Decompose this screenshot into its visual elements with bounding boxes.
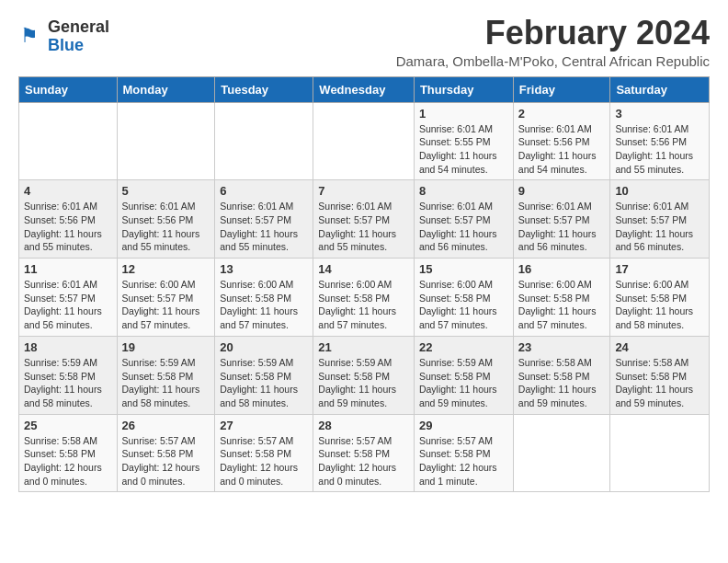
day-cell: 17Sunrise: 6:00 AM Sunset: 5:58 PM Dayli… — [610, 259, 710, 337]
day-info: Sunrise: 5:59 AM Sunset: 5:58 PM Dayligh… — [220, 356, 308, 410]
day-info: Sunrise: 5:57 AM Sunset: 5:58 PM Dayligh… — [318, 434, 409, 488]
day-number: 15 — [419, 262, 508, 276]
day-header-sunday: Sunday — [19, 76, 118, 102]
day-cell — [117, 102, 215, 180]
day-number: 1 — [419, 107, 508, 121]
header-row: SundayMondayTuesdayWednesdayThursdayFrid… — [19, 76, 710, 102]
week-row-4: 18Sunrise: 5:59 AM Sunset: 5:58 PM Dayli… — [19, 336, 710, 414]
day-cell: 12Sunrise: 6:00 AM Sunset: 5:57 PM Dayli… — [117, 259, 215, 337]
day-number: 7 — [318, 184, 409, 198]
day-cell: 9Sunrise: 6:01 AM Sunset: 5:57 PM Daylig… — [513, 180, 610, 259]
day-cell — [19, 102, 118, 180]
day-info: Sunrise: 6:00 AM Sunset: 5:58 PM Dayligh… — [318, 278, 409, 332]
day-cell: 27Sunrise: 5:57 AM Sunset: 5:58 PM Dayli… — [215, 414, 313, 492]
day-info: Sunrise: 6:00 AM Sunset: 5:58 PM Dayligh… — [220, 278, 308, 332]
day-cell: 16Sunrise: 6:00 AM Sunset: 5:58 PM Dayli… — [513, 259, 610, 337]
day-cell: 1Sunrise: 6:01 AM Sunset: 5:55 PM Daylig… — [414, 102, 513, 180]
day-info: Sunrise: 6:01 AM Sunset: 5:56 PM Dayligh… — [518, 122, 606, 177]
page-header: ⚑ General Blue February 2024 Damara, Omb… — [18, 15, 710, 69]
day-cell: 19Sunrise: 5:59 AM Sunset: 5:58 PM Dayli… — [117, 336, 215, 414]
day-info: Sunrise: 6:01 AM Sunset: 5:57 PM Dayligh… — [518, 200, 606, 254]
day-number: 29 — [419, 419, 508, 432]
day-number: 13 — [220, 262, 308, 276]
day-number: 23 — [518, 340, 606, 354]
day-number: 11 — [24, 262, 112, 276]
day-number: 2 — [518, 107, 606, 121]
day-number: 24 — [615, 340, 704, 354]
day-number: 3 — [615, 107, 704, 121]
day-cell: 10Sunrise: 6:01 AM Sunset: 5:57 PM Dayli… — [610, 180, 710, 259]
logo-general: General Blue — [48, 18, 109, 55]
day-info: Sunrise: 6:01 AM Sunset: 5:57 PM Dayligh… — [615, 200, 704, 254]
day-header-friday: Friday — [513, 76, 610, 102]
day-info: Sunrise: 6:01 AM Sunset: 5:55 PM Dayligh… — [419, 122, 508, 177]
day-cell: 2Sunrise: 6:01 AM Sunset: 5:56 PM Daylig… — [513, 102, 610, 180]
svg-text:⚑: ⚑ — [20, 24, 39, 47]
day-cell: 28Sunrise: 5:57 AM Sunset: 5:58 PM Dayli… — [313, 414, 415, 492]
day-number: 4 — [24, 184, 112, 198]
day-info: Sunrise: 6:01 AM Sunset: 5:56 PM Dayligh… — [24, 200, 112, 254]
day-cell: 26Sunrise: 5:57 AM Sunset: 5:58 PM Dayli… — [117, 414, 215, 492]
day-header-saturday: Saturday — [610, 76, 710, 102]
day-info: Sunrise: 5:58 AM Sunset: 5:58 PM Dayligh… — [518, 356, 606, 410]
week-row-5: 25Sunrise: 5:58 AM Sunset: 5:58 PM Dayli… — [19, 414, 710, 492]
day-cell: 24Sunrise: 5:58 AM Sunset: 5:58 PM Dayli… — [610, 336, 710, 414]
calendar-title: February 2024 — [396, 15, 710, 52]
calendar-table: SundayMondayTuesdayWednesdayThursdayFrid… — [18, 76, 710, 493]
day-cell — [215, 102, 313, 180]
day-info: Sunrise: 6:00 AM Sunset: 5:57 PM Dayligh… — [122, 278, 210, 332]
day-number: 8 — [419, 184, 508, 198]
day-number: 19 — [122, 340, 210, 354]
day-cell — [313, 102, 415, 180]
day-cell: 22Sunrise: 5:59 AM Sunset: 5:58 PM Dayli… — [414, 336, 513, 414]
day-number: 25 — [24, 419, 112, 432]
day-number: 12 — [122, 262, 210, 276]
day-number: 26 — [122, 419, 210, 432]
day-cell: 11Sunrise: 6:01 AM Sunset: 5:57 PM Dayli… — [19, 259, 118, 337]
day-number: 6 — [220, 184, 308, 198]
day-info: Sunrise: 6:01 AM Sunset: 5:57 PM Dayligh… — [318, 200, 409, 254]
day-cell: 6Sunrise: 6:01 AM Sunset: 5:57 PM Daylig… — [215, 180, 313, 259]
week-row-3: 11Sunrise: 6:01 AM Sunset: 5:57 PM Dayli… — [19, 259, 710, 337]
day-info: Sunrise: 5:59 AM Sunset: 5:58 PM Dayligh… — [122, 356, 210, 410]
day-header-monday: Monday — [117, 76, 215, 102]
day-info: Sunrise: 6:01 AM Sunset: 5:57 PM Dayligh… — [220, 200, 308, 254]
day-cell: 5Sunrise: 6:01 AM Sunset: 5:56 PM Daylig… — [117, 180, 215, 259]
day-number: 28 — [318, 419, 409, 432]
day-header-tuesday: Tuesday — [215, 76, 313, 102]
day-info: Sunrise: 5:59 AM Sunset: 5:58 PM Dayligh… — [419, 356, 508, 410]
day-number: 5 — [122, 184, 210, 198]
day-info: Sunrise: 6:01 AM Sunset: 5:57 PM Dayligh… — [24, 278, 112, 332]
day-cell: 18Sunrise: 5:59 AM Sunset: 5:58 PM Dayli… — [19, 336, 118, 414]
day-header-thursday: Thursday — [414, 76, 513, 102]
logo: ⚑ General Blue — [18, 18, 109, 55]
day-header-wednesday: Wednesday — [313, 76, 415, 102]
day-cell: 21Sunrise: 5:59 AM Sunset: 5:58 PM Dayli… — [313, 336, 415, 414]
day-cell: 29Sunrise: 5:57 AM Sunset: 5:58 PM Dayli… — [414, 414, 513, 492]
day-cell: 15Sunrise: 6:00 AM Sunset: 5:58 PM Dayli… — [414, 259, 513, 337]
day-cell: 3Sunrise: 6:01 AM Sunset: 5:56 PM Daylig… — [610, 102, 710, 180]
day-cell: 25Sunrise: 5:58 AM Sunset: 5:58 PM Dayli… — [19, 414, 118, 492]
day-cell — [610, 414, 710, 492]
day-info: Sunrise: 6:00 AM Sunset: 5:58 PM Dayligh… — [615, 278, 704, 332]
day-cell — [513, 414, 610, 492]
week-row-1: 1Sunrise: 6:01 AM Sunset: 5:55 PM Daylig… — [19, 102, 710, 180]
day-number: 22 — [419, 340, 508, 354]
day-number: 18 — [24, 340, 112, 354]
day-number: 16 — [518, 262, 606, 276]
day-info: Sunrise: 5:59 AM Sunset: 5:58 PM Dayligh… — [24, 356, 112, 410]
day-cell: 13Sunrise: 6:00 AM Sunset: 5:58 PM Dayli… — [215, 259, 313, 337]
day-cell: 23Sunrise: 5:58 AM Sunset: 5:58 PM Dayli… — [513, 336, 610, 414]
day-info: Sunrise: 5:57 AM Sunset: 5:58 PM Dayligh… — [419, 434, 508, 488]
day-info: Sunrise: 5:57 AM Sunset: 5:58 PM Dayligh… — [122, 434, 210, 488]
title-area: February 2024 Damara, Ombella-M'Poko, Ce… — [396, 15, 710, 69]
week-row-2: 4Sunrise: 6:01 AM Sunset: 5:56 PM Daylig… — [19, 180, 710, 259]
day-number: 9 — [518, 184, 606, 198]
day-info: Sunrise: 6:01 AM Sunset: 5:57 PM Dayligh… — [419, 200, 508, 254]
day-number: 21 — [318, 340, 409, 354]
day-info: Sunrise: 6:01 AM Sunset: 5:56 PM Dayligh… — [615, 122, 704, 177]
day-cell: 14Sunrise: 6:00 AM Sunset: 5:58 PM Dayli… — [313, 259, 415, 337]
day-cell: 7Sunrise: 6:01 AM Sunset: 5:57 PM Daylig… — [313, 180, 415, 259]
logo-icon: ⚑ — [18, 24, 44, 50]
day-info: Sunrise: 6:00 AM Sunset: 5:58 PM Dayligh… — [419, 278, 508, 332]
